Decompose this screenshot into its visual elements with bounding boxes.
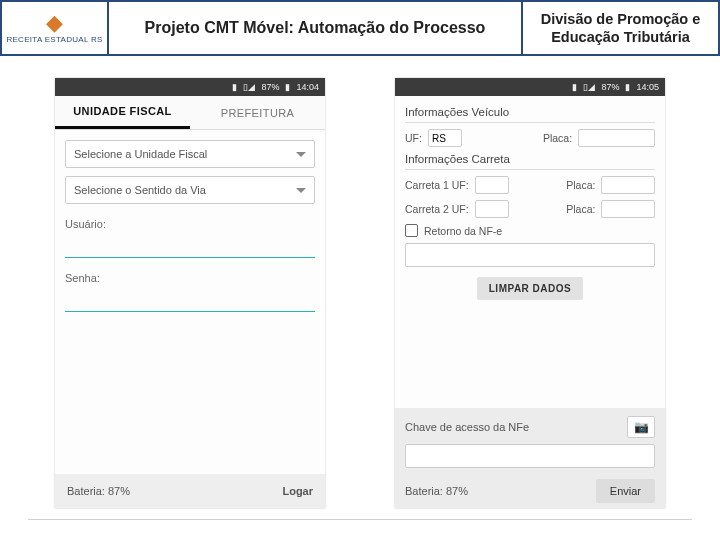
enviar-button[interactable]: Enviar bbox=[596, 479, 655, 503]
logo: ◆ RECEITA ESTADUAL RS bbox=[2, 2, 107, 54]
input-usuario[interactable] bbox=[65, 238, 315, 258]
dropdown-unidade[interactable]: Selecione a Unidade Fiscal bbox=[65, 140, 315, 168]
label-carreta2: Carreta 2 UF: bbox=[405, 203, 469, 215]
label-uf: UF: bbox=[405, 132, 422, 144]
login-body: Selecione a Unidade Fiscal Selecione o S… bbox=[55, 130, 325, 474]
input-carreta1-placa[interactable] bbox=[601, 176, 655, 194]
logo-icon: ◆ bbox=[46, 12, 63, 34]
label-carreta1: Carreta 1 UF: bbox=[405, 179, 469, 191]
signal-icon: ▯◢ bbox=[583, 82, 595, 92]
battery-icon: ▮ bbox=[285, 82, 290, 92]
input-placa[interactable] bbox=[578, 129, 655, 147]
label-placa: Placa: bbox=[543, 132, 572, 144]
checkbox-retorno[interactable]: Retorno da NF-e bbox=[405, 224, 655, 237]
checkbox-icon bbox=[405, 224, 418, 237]
logo-text: RECEITA ESTADUAL RS bbox=[6, 35, 102, 44]
section-veiculo: Informações Veículo bbox=[405, 106, 655, 123]
division-line-1: Divisão de Promoção e bbox=[541, 11, 701, 27]
vehicle-body: Informações Veículo UF: Placa: Informaçõ… bbox=[395, 96, 665, 508]
chevron-down-icon bbox=[296, 188, 306, 193]
screenshot-login: ▮ ▯◢ 87% ▮ 14:04 UNIDADE FISCAL PREFEITU… bbox=[55, 78, 325, 508]
label-usuario: Usuário: bbox=[65, 218, 315, 230]
camera-button[interactable]: 📷 bbox=[627, 416, 655, 438]
tabs: UNIDADE FISCAL PREFEITURA bbox=[55, 96, 325, 130]
row-carreta1: Carreta 1 UF: Placa: bbox=[405, 176, 655, 194]
chevron-down-icon bbox=[296, 152, 306, 157]
input-chave[interactable] bbox=[405, 444, 655, 468]
division-name: Divisão de Promoção e Educação Tributári… bbox=[523, 2, 718, 54]
limpar-button[interactable]: LIMPAR DADOS bbox=[477, 277, 583, 300]
input-uf[interactable] bbox=[428, 129, 462, 147]
slide-title: Projeto CMT Móvel: Automação do Processo bbox=[107, 2, 523, 54]
label-placa-c2: Placa: bbox=[566, 203, 595, 215]
footer-battery: Bateria: 87% bbox=[405, 485, 468, 497]
input-carreta1-uf[interactable] bbox=[475, 176, 509, 194]
footer-battery: Bateria: 87% bbox=[67, 485, 130, 497]
input-retorno[interactable] bbox=[405, 243, 655, 267]
dropdown-sentido[interactable]: Selecione o Sentido da Via bbox=[65, 176, 315, 204]
tab-unidade-fiscal[interactable]: UNIDADE FISCAL bbox=[55, 96, 190, 129]
label-placa-c1: Placa: bbox=[566, 179, 595, 191]
signal-icon: ▯◢ bbox=[243, 82, 255, 92]
battery-pct: 87% bbox=[601, 82, 619, 92]
label-retorno: Retorno da NF-e bbox=[424, 225, 502, 237]
division-line-2: Educação Tributária bbox=[551, 29, 690, 45]
clock: 14:05 bbox=[636, 82, 659, 92]
camera-icon: 📷 bbox=[634, 420, 649, 434]
label-chave: Chave de acesso da NFe bbox=[405, 421, 621, 433]
logar-button[interactable]: Logar bbox=[282, 485, 313, 497]
footer: Bateria: 87% Enviar bbox=[405, 474, 655, 508]
section-carreta: Informações Carreta bbox=[405, 153, 655, 170]
input-senha[interactable] bbox=[65, 292, 315, 312]
battery-pct: 87% bbox=[261, 82, 279, 92]
slide-header: ◆ RECEITA ESTADUAL RS Projeto CMT Móvel:… bbox=[0, 0, 720, 56]
status-bar: ▮ ▯◢ 87% ▮ 14:04 bbox=[55, 78, 325, 96]
screenshot-veiculo: ▮ ▯◢ 87% ▮ 14:05 Informações Veículo UF:… bbox=[395, 78, 665, 508]
nfe-section: Chave de acesso da NFe 📷 Bateria: 87% En… bbox=[395, 408, 665, 508]
slide-divider bbox=[28, 519, 692, 520]
input-carreta2-uf[interactable] bbox=[475, 200, 509, 218]
footer: Bateria: 87% Logar bbox=[55, 474, 325, 508]
wifi-icon: ▮ bbox=[232, 82, 237, 92]
row-carreta2: Carreta 2 UF: Placa: bbox=[405, 200, 655, 218]
input-carreta2-placa[interactable] bbox=[601, 200, 655, 218]
tab-prefeitura[interactable]: PREFEITURA bbox=[190, 96, 325, 129]
battery-icon: ▮ bbox=[625, 82, 630, 92]
row-uf-placa: UF: Placa: bbox=[405, 129, 655, 147]
dropdown-sentido-label: Selecione o Sentido da Via bbox=[74, 184, 206, 196]
clock: 14:04 bbox=[296, 82, 319, 92]
dropdown-unidade-label: Selecione a Unidade Fiscal bbox=[74, 148, 207, 160]
wifi-icon: ▮ bbox=[572, 82, 577, 92]
status-bar: ▮ ▯◢ 87% ▮ 14:05 bbox=[395, 78, 665, 96]
label-senha: Senha: bbox=[65, 272, 315, 284]
screenshots-row: ▮ ▯◢ 87% ▮ 14:04 UNIDADE FISCAL PREFEITU… bbox=[0, 56, 720, 518]
